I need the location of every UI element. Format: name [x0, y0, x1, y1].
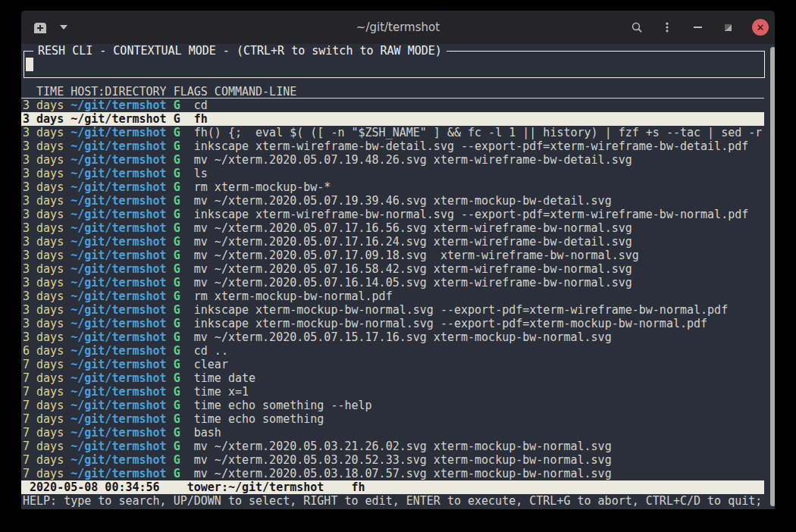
history-row[interactable]: 7 days ~/git/termshot G mv ~/xterm.2020.…: [21, 440, 764, 453]
entry-flags: G: [174, 385, 194, 399]
history-row[interactable]: 3 days ~/git/termshot G cd: [21, 99, 764, 112]
entry-command: inkscape xterm-wireframe-bw-normal.svg -…: [194, 208, 749, 221]
history-row[interactable]: 3 days ~/git/termshot G rm xterm-mockup-…: [21, 289, 764, 303]
entry-directory: ~/git/termshot: [71, 262, 173, 276]
resh-mode-box: RESH CLI - CONTEXTUAL MODE - (CTRL+R to …: [24, 51, 765, 78]
tab-dropdown-button[interactable]: [58, 21, 70, 33]
restore-icon: [725, 24, 732, 31]
history-row[interactable]: 3 days ~/git/termshot G fh() {; eval $( …: [21, 126, 764, 139]
entry-time: 7 days: [23, 358, 71, 371]
entry-flags: G: [174, 99, 194, 112]
titlebar[interactable]: ~/git/termshot: [21, 11, 775, 44]
history-row[interactable]: 7 days ~/git/termshot G time x=1: [21, 385, 764, 399]
history-row[interactable]: 3 days ~/git/termshot G mv ~/xterm.2020.…: [21, 235, 764, 249]
entry-time: 3 days: [23, 99, 71, 112]
entry-flags: G: [174, 358, 194, 371]
history-row[interactable]: 3 days ~/git/termshot G fh: [21, 112, 764, 126]
entry-time: 3 days: [23, 235, 71, 249]
entry-flags: G: [174, 426, 194, 440]
entry-flags: G: [174, 330, 194, 344]
menu-button[interactable]: [661, 21, 673, 33]
history-row[interactable]: 3 days ~/git/termshot G mv ~/xterm.2020.…: [21, 249, 764, 262]
new-tab-icon: [33, 21, 48, 34]
entry-command: cd: [194, 99, 208, 112]
entry-flags: G: [174, 412, 194, 426]
entry-command: time x=1: [194, 385, 249, 399]
history-row[interactable]: 7 days ~/git/termshot G time echo someth…: [21, 412, 764, 426]
history-row[interactable]: 7 days ~/git/termshot G bash: [21, 426, 764, 440]
entry-flags: G: [174, 303, 194, 317]
minimize-button[interactable]: [691, 21, 704, 33]
search-icon: [631, 21, 643, 33]
entry-time: 3 days: [23, 317, 71, 330]
history-row[interactable]: 3 days ~/git/termshot G rm xterm-mockup-…: [21, 180, 764, 194]
entry-flags: G: [174, 208, 194, 221]
history-row[interactable]: 3 days ~/git/termshot G inkscape xterm-w…: [21, 208, 764, 221]
entry-directory: ~/git/termshot: [71, 167, 173, 180]
entry-directory: ~/git/termshot: [71, 344, 173, 358]
history-row[interactable]: 6 days ~/git/termshot G cd ..: [21, 344, 764, 358]
entry-command: mv ~/xterm.2020.05.07.16.58.42.svg xterm…: [194, 262, 632, 276]
new-tab-button[interactable]: [32, 20, 49, 34]
entry-time: 7 days: [23, 453, 71, 467]
entry-command: time echo something --help: [194, 399, 372, 412]
entry-time: 7 days: [23, 371, 71, 385]
history-row[interactable]: 3 days ~/git/termshot G mv ~/xterm.2020.…: [21, 194, 764, 208]
entry-directory: ~/git/termshot: [71, 99, 173, 112]
entry-command: ls: [194, 167, 208, 180]
minimize-icon: [694, 27, 702, 28]
history-row[interactable]: 7 days ~/git/termshot G mv ~/xterm.2020.…: [21, 453, 764, 467]
history-row[interactable]: 3 days ~/git/termshot G ls: [21, 167, 764, 180]
entry-directory: ~/git/termshot: [71, 385, 173, 399]
terminal-content[interactable]: RESH CLI - CONTEXTUAL MODE - (CTRL+R to …: [21, 44, 775, 509]
entry-command: mv ~/xterm.2020.05.03.20.52.33.svg xterm…: [194, 453, 612, 467]
entry-flags: G: [174, 371, 194, 385]
entry-time: 3 days: [23, 139, 71, 153]
restore-button[interactable]: [722, 21, 734, 33]
close-button[interactable]: ✕: [752, 19, 769, 36]
history-row[interactable]: 7 days ~/git/termshot G time date: [21, 371, 764, 385]
entry-command: inkscape xterm-mockup-bw-normal.svg --ex…: [194, 303, 728, 317]
history-row[interactable]: 3 days ~/git/termshot G mv ~/xterm.2020.…: [21, 221, 764, 235]
history-row[interactable]: 7 days ~/git/termshot G mv ~/xterm.2020.…: [21, 467, 764, 480]
entry-directory: ~/git/termshot: [71, 289, 173, 303]
entry-directory: ~/git/termshot: [71, 303, 173, 317]
history-row[interactable]: 3 days ~/git/termshot G mv ~/xterm.2020.…: [21, 153, 764, 167]
entry-flags: G: [174, 249, 194, 262]
history-row[interactable]: 3 days ~/git/termshot G inkscape xterm-w…: [21, 139, 764, 153]
scrollbar-thumb[interactable]: [770, 47, 775, 506]
entry-flags: G: [174, 194, 194, 208]
entry-time: 3 days: [23, 276, 71, 289]
history-row[interactable]: 7 days ~/git/termshot G time echo someth…: [21, 399, 764, 412]
entry-command: mv ~/xterm.2020.05.07.17.16.24.svg xterm…: [194, 235, 632, 249]
entry-directory: ~/git/termshot: [71, 249, 173, 262]
history-row[interactable]: 3 days ~/git/termshot G inkscape xterm-m…: [21, 303, 764, 317]
entry-directory: ~/git/termshot: [71, 194, 173, 208]
kebab-menu-icon: [661, 21, 673, 33]
entry-command: mv ~/xterm.2020.05.07.17.16.56.svg xterm…: [194, 221, 632, 235]
entry-time: 3 days: [23, 153, 71, 167]
history-row[interactable]: 3 days ~/git/termshot G mv ~/xterm.2020.…: [21, 262, 764, 276]
entry-directory: ~/git/termshot: [71, 112, 173, 126]
entry-flags: G: [174, 112, 194, 126]
resh-mode-title: RESH CLI - CONTEXTUAL MODE - (CTRL+R to …: [33, 44, 447, 58]
close-icon: ✕: [757, 23, 765, 33]
entry-command: fh: [194, 112, 208, 126]
terminal-window: ~/git/termshot: [21, 11, 775, 509]
entry-time: 3 days: [23, 303, 71, 317]
entry-directory: ~/git/termshot: [71, 276, 173, 289]
history-row[interactable]: 3 days ~/git/termshot G mv ~/xterm.2020.…: [21, 330, 764, 344]
history-row[interactable]: 3 days ~/git/termshot G mv ~/xterm.2020.…: [21, 276, 764, 289]
entry-command: time date: [194, 371, 255, 385]
entry-time: 3 days: [23, 262, 71, 276]
entry-time: 7 days: [23, 467, 71, 480]
entry-flags: G: [174, 289, 194, 303]
search-button[interactable]: [631, 21, 643, 33]
history-row[interactable]: 7 days ~/git/termshot G clear: [21, 358, 764, 371]
entry-time: 3 days: [23, 330, 71, 344]
history-area: TIME HOST:DIRECTORY FLAGS COMMAND-LINE 3…: [21, 85, 764, 508]
entry-command: rm xterm-mockup-bw-normal.pdf: [194, 289, 393, 303]
entry-command: clear: [194, 358, 228, 371]
history-row[interactable]: 3 days ~/git/termshot G inkscape xterm-m…: [21, 317, 764, 330]
entry-command: mv ~/xterm.2020.05.03.18.07.57.svg xterm…: [194, 467, 612, 480]
